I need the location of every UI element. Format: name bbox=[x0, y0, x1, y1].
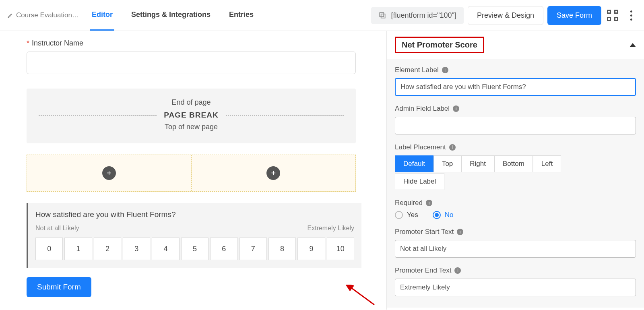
nps-start-label: Not at all Likely bbox=[35, 225, 79, 232]
element-label-input[interactable] bbox=[395, 78, 636, 96]
nps-field-block[interactable]: How satisfied are you with Fluent Forms?… bbox=[27, 203, 361, 268]
pencil-icon bbox=[7, 12, 14, 19]
page-break-title: PAGE BREAK bbox=[39, 111, 344, 120]
shortcode-box[interactable]: [fluentform id="100"] bbox=[371, 7, 464, 24]
promoter-start-input[interactable] bbox=[395, 240, 636, 258]
dropzone-col-1[interactable]: + bbox=[27, 155, 192, 191]
nps-option[interactable]: 2 bbox=[94, 238, 121, 260]
nps-option[interactable]: 0 bbox=[35, 238, 63, 260]
placement-top[interactable]: Top bbox=[433, 155, 461, 172]
instructor-name-label: * Instructor Name bbox=[27, 39, 370, 48]
tabs: Editor Settings & Integrations Entries bbox=[90, 0, 255, 31]
plus-icon: + bbox=[266, 166, 280, 180]
placement-bottom[interactable]: Bottom bbox=[494, 155, 533, 172]
placement-left[interactable]: Left bbox=[533, 155, 561, 172]
form-name[interactable]: Course Evaluation… bbox=[7, 11, 79, 19]
admin-field-label-label: Admin Field Labeli bbox=[395, 105, 636, 113]
placement-default[interactable]: Default bbox=[395, 155, 433, 172]
submit-form-button[interactable]: Submit Form bbox=[27, 277, 91, 297]
settings-panel: Net Promoter Score Element Labeli Admin … bbox=[386, 31, 644, 310]
nps-option[interactable]: 5 bbox=[181, 238, 208, 260]
svg-rect-0 bbox=[381, 14, 385, 18]
admin-field-label-input[interactable] bbox=[395, 117, 636, 134]
save-form-button[interactable]: Save Form bbox=[547, 6, 601, 25]
nps-scale: 0 1 2 3 4 5 6 7 8 9 10 bbox=[35, 238, 354, 260]
promoter-end-input[interactable] bbox=[395, 279, 636, 296]
column-dropzone: + + bbox=[27, 155, 356, 192]
element-label-label: Element Labeli bbox=[395, 66, 636, 74]
placement-hide[interactable]: Hide Label bbox=[395, 173, 444, 190]
shortcode-text: [fluentform id="100"] bbox=[391, 11, 456, 20]
page-break-block[interactable]: End of page PAGE BREAK Top of new page bbox=[27, 89, 356, 143]
annotation-arrow bbox=[346, 285, 378, 309]
top-bar: Course Evaluation… Editor Settings & Int… bbox=[0, 0, 644, 31]
chevron-up-icon[interactable] bbox=[630, 43, 636, 47]
nps-end-label: Extremely Likely bbox=[308, 225, 354, 232]
info-icon[interactable]: i bbox=[453, 105, 459, 112]
svg-line-2 bbox=[350, 287, 374, 305]
more-menu-button[interactable] bbox=[624, 8, 638, 23]
nps-option[interactable]: 3 bbox=[123, 238, 150, 260]
panel-title: Net Promoter Score bbox=[395, 37, 484, 53]
svg-rect-1 bbox=[380, 12, 384, 17]
preview-design-button[interactable]: Preview & Design bbox=[468, 6, 543, 25]
nps-question: How satisfied are you with Fluent Forms? bbox=[35, 210, 354, 219]
page-break-end: End of page bbox=[39, 98, 344, 107]
label-placement-segmented: Default Top Right Bottom Left bbox=[395, 155, 636, 172]
tab-editor[interactable]: Editor bbox=[90, 0, 114, 31]
info-icon[interactable]: i bbox=[442, 67, 448, 73]
placement-right[interactable]: Right bbox=[461, 155, 494, 172]
nps-option[interactable]: 6 bbox=[210, 238, 237, 260]
form-canvas: * Instructor Name End of page PAGE BREAK… bbox=[0, 31, 386, 310]
info-icon[interactable]: i bbox=[426, 200, 432, 206]
required-yes[interactable]: Yes bbox=[395, 211, 418, 219]
dropzone-col-2[interactable]: + bbox=[192, 155, 356, 191]
nps-option[interactable]: 9 bbox=[297, 238, 325, 260]
form-name-text: Course Evaluation… bbox=[16, 11, 79, 19]
instructor-name-input[interactable] bbox=[27, 52, 356, 74]
tab-settings[interactable]: Settings & Integrations bbox=[130, 0, 212, 31]
plus-icon: + bbox=[102, 166, 116, 180]
required-no[interactable]: No bbox=[433, 211, 454, 219]
promoter-start-label: Promoter Start Texti bbox=[395, 228, 636, 236]
nps-option[interactable]: 8 bbox=[268, 238, 296, 260]
required-label: Requiredi bbox=[395, 199, 636, 207]
promoter-end-label: Promoter End Texti bbox=[395, 267, 636, 275]
fullscreen-button[interactable] bbox=[605, 8, 620, 23]
copy-icon bbox=[378, 11, 386, 19]
label-placement-label: Label Placementi bbox=[395, 143, 636, 151]
nps-option[interactable]: 7 bbox=[239, 238, 267, 260]
tab-entries[interactable]: Entries bbox=[227, 0, 255, 31]
required-asterisk: * bbox=[27, 39, 29, 48]
info-icon[interactable]: i bbox=[454, 267, 461, 274]
dots-vertical-icon bbox=[630, 10, 632, 21]
info-icon[interactable]: i bbox=[449, 144, 456, 151]
nps-option[interactable]: 1 bbox=[64, 238, 92, 260]
fullscreen-icon bbox=[607, 10, 618, 21]
nps-option[interactable]: 10 bbox=[327, 238, 354, 260]
nps-option[interactable]: 4 bbox=[152, 238, 179, 260]
info-icon[interactable]: i bbox=[457, 229, 463, 235]
page-break-top: Top of new page bbox=[39, 123, 344, 131]
